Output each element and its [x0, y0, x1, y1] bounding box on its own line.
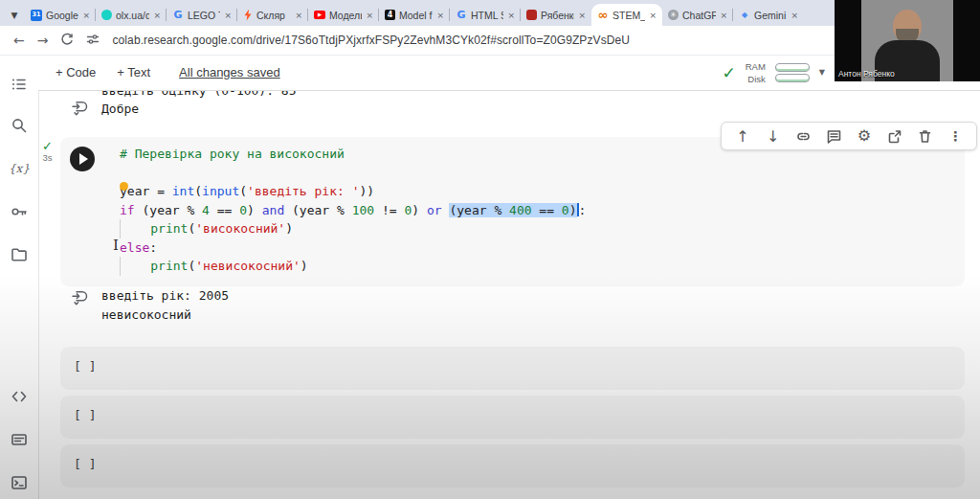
cell-prompt: [ ] [74, 408, 96, 422]
ram-label: RAM [746, 60, 766, 73]
black-4-favicon: 4 [385, 10, 395, 20]
delete-cell-icon[interactable] [916, 127, 933, 145]
tab-title: Model f [399, 10, 433, 21]
browser-tab-olx.ua/d[interactable]: olx.ua/d× [96, 4, 167, 26]
google-g-favicon: G [172, 10, 184, 21]
move-cell-down-icon[interactable]: ↓ [765, 127, 782, 145]
output-toggle-icon[interactable] [70, 99, 89, 118]
tab-close-icon[interactable]: × [436, 11, 444, 20]
browser-tab-Google[interactable]: 31Google× [25, 4, 96, 26]
empty-code-cell[interactable]: [ ] [60, 347, 965, 390]
browser-tab-Скляр[interactable]: Скляр× [237, 4, 308, 26]
notebook-content: введіть оцінку (0-100): 85 Добре ✓ 3s # … [39, 90, 980, 499]
resources-cluster[interactable]: ✓ RAM Disk ▼ [722, 55, 825, 90]
tab-close-icon[interactable]: × [578, 11, 586, 20]
code-line [120, 164, 586, 183]
files-folder-icon[interactable] [10, 245, 29, 264]
code-editor[interactable]: # Перевірка року на високосний year = in… [120, 145, 586, 276]
cell-output-line: невисокосний [101, 306, 191, 325]
code-line: print('високосний') [120, 219, 586, 238]
variables-icon[interactable]: {x} [10, 159, 29, 178]
tab-title: HTML S [471, 10, 503, 21]
tab-close-icon[interactable]: × [153, 11, 161, 20]
table-of-contents-icon[interactable] [10, 75, 29, 94]
cell-settings-gear-icon[interactable]: ⚙ [856, 127, 873, 145]
tab-search-chevron-icon[interactable]: ▼ [4, 4, 25, 26]
browser-tab-ChatGPT[interactable]: ✳ChatGPT× [662, 4, 733, 26]
code-snippets-icon[interactable] [10, 387, 29, 406]
code-line: if (year % 4 == 0) and (year % 100 != 0)… [120, 201, 586, 220]
tab-title: ChatGPT [682, 10, 716, 21]
collaborator-cursor [120, 182, 128, 191]
empty-code-cell[interactable]: [ ] [60, 396, 965, 439]
webcam-overlay: Антон Рябенко [835, 0, 980, 81]
tab-close-icon[interactable]: × [295, 11, 302, 20]
forward-icon[interactable]: → [37, 34, 49, 47]
tab-close-icon[interactable]: × [507, 11, 515, 20]
address-bar: ← → colab.research.google.com/drive/17S6… [0, 26, 980, 56]
secrets-key-icon[interactable] [10, 202, 29, 221]
execution-badge: ✓ 3s [42, 140, 53, 163]
disk-usage-bar [775, 74, 810, 82]
add-text-button[interactable]: + Text [117, 65, 150, 79]
add-code-button[interactable]: + Code [56, 65, 96, 79]
tab-title: olx.ua/d [116, 10, 149, 21]
url-text[interactable]: colab.research.google.com/drive/17S6oTtd… [112, 34, 630, 47]
previous-output-line: Добре [101, 100, 139, 119]
tab-close-icon[interactable]: × [82, 11, 90, 20]
browser-tab-Рябенко[interactable]: Рябенко× [521, 4, 591, 26]
reload-icon[interactable] [60, 33, 74, 48]
mirror-cell-icon[interactable] [886, 127, 903, 145]
youtube-favicon: ▶ [314, 11, 325, 19]
search-icon[interactable] [10, 116, 29, 135]
executed-check-icon: ✓ [42, 140, 53, 152]
calendar-favicon: 31 [31, 10, 42, 21]
cell-prompt: [ ] [74, 457, 96, 471]
olx-favicon [101, 10, 112, 20]
execution-time: 3s [42, 152, 53, 163]
google-g-favicon: G [456, 10, 467, 21]
save-status[interactable]: All changes saved [179, 65, 280, 79]
disk-label: Disk [746, 73, 766, 85]
command-palette-icon[interactable] [10, 430, 29, 449]
tab-title: Скляр [256, 10, 291, 21]
tab-close-icon[interactable]: × [366, 11, 373, 20]
webcam-name-label: Антон Рябенко [838, 69, 895, 79]
empty-code-cell[interactable]: [ ] [60, 444, 965, 488]
tab-close-icon[interactable]: × [791, 11, 798, 20]
code-line: print('невисокосний') [120, 257, 586, 276]
mouse-text-cursor-icon: I [113, 237, 119, 254]
code-line: # Перевірка року на високосний [120, 145, 586, 164]
cell-output-line: введіть рік: 2005 [101, 286, 229, 306]
site-info-icon[interactable] [86, 33, 100, 48]
browser-tab-Model f[interactable]: 4Model f× [379, 4, 450, 26]
more-actions-icon[interactable]: ⋮ [947, 127, 964, 145]
terminal-icon[interactable] [10, 473, 29, 492]
tab-close-icon[interactable]: × [224, 11, 232, 20]
cell-prompt: [ ] [74, 359, 96, 374]
tab-title: STEM_2 [612, 10, 645, 21]
browser-tab-STEM_2[interactable]: ∞STEM_2× [591, 4, 662, 26]
cell-toolbar: ↑ ↓ ⚙ ⋮ [721, 122, 977, 150]
ram-usage-bar [775, 63, 810, 72]
code-line: else: [120, 238, 586, 258]
run-cell-button[interactable] [70, 147, 95, 171]
comment-icon[interactable] [825, 127, 842, 145]
resources-caret-icon[interactable]: ▼ [819, 68, 825, 77]
tab-close-icon[interactable]: × [649, 11, 657, 20]
output-toggle-icon[interactable] [70, 288, 89, 307]
back-icon[interactable]: ← [13, 34, 25, 47]
browser-tab-Gemini[interactable]: ◆Gemini× [733, 4, 804, 26]
browser-tab-Модель[interactable]: ▶Модель× [308, 4, 379, 26]
code-line: year = int(input('введіть рік: ')) [120, 182, 586, 201]
copy-link-icon[interactable] [794, 127, 812, 145]
move-cell-up-icon[interactable]: ↑ [734, 127, 751, 145]
play-icon [79, 153, 88, 165]
colab-favicon: ∞ [597, 10, 609, 21]
red-app-favicon [526, 10, 537, 20]
tab-title: Модель [329, 10, 362, 21]
browser-tab-HTML S[interactable]: GHTML S× [450, 4, 521, 26]
left-sidebar: {x} [0, 55, 39, 499]
browser-tab-LEGO TE[interactable]: GLEGO TE× [167, 4, 237, 26]
tab-close-icon[interactable]: × [720, 11, 727, 20]
